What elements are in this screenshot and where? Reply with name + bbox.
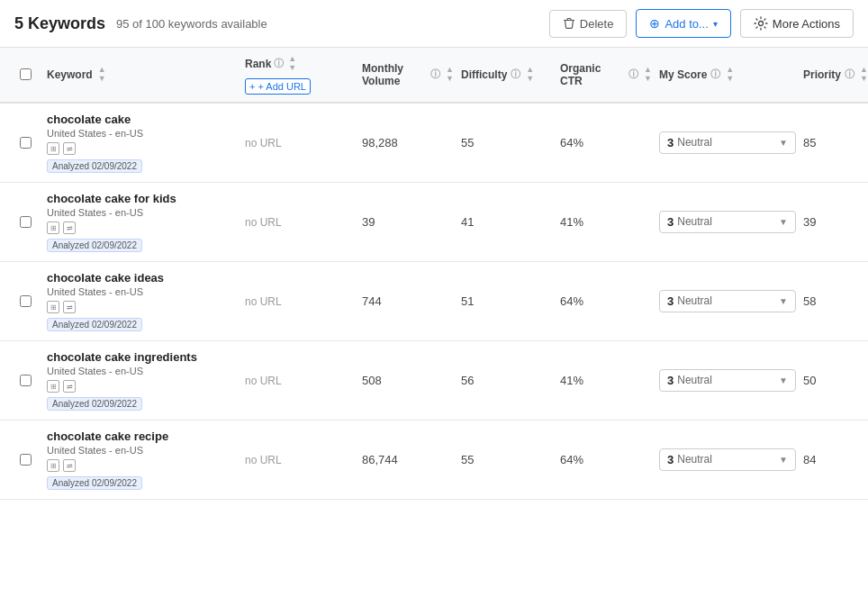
priority-value-1: 39 bbox=[803, 215, 816, 229]
difficulty-value-1: 41 bbox=[461, 215, 474, 229]
more-actions-label: More Actions bbox=[773, 17, 840, 31]
compare-icon-1[interactable]: ⇌ bbox=[63, 222, 76, 234]
score-cell-2[interactable]: 3 Neutral ▼ bbox=[656, 286, 800, 316]
more-actions-button[interactable]: More Actions bbox=[740, 9, 854, 38]
score-cell-3[interactable]: 3 Neutral ▼ bbox=[656, 366, 800, 395]
plus-icon-small: + bbox=[249, 81, 255, 92]
keyword-name-2: chocolate cake ideas bbox=[47, 271, 238, 285]
row-checkbox-cell-2[interactable] bbox=[7, 295, 43, 307]
row-checkbox-2[interactable] bbox=[20, 295, 32, 307]
monthly-volume-sort-icon[interactable]: ▲▼ bbox=[446, 66, 454, 84]
difficulty-col-header: Difficulty ⓘ ▲▼ bbox=[457, 59, 556, 91]
rank-sort-icon[interactable]: ▲▼ bbox=[288, 55, 296, 73]
score-label-0: Neutral bbox=[677, 136, 775, 149]
difficulty-info-icon[interactable]: ⓘ bbox=[511, 68, 520, 81]
row-checkbox-cell-1[interactable] bbox=[7, 216, 43, 228]
table-row: chocolate cake recipe United States - en… bbox=[0, 421, 868, 500]
organic-ctr-cell-3: 41% bbox=[556, 370, 656, 391]
keyword-location-2: United States - en-US bbox=[47, 286, 238, 297]
priority-sort-icon[interactable]: ▲▼ bbox=[860, 66, 868, 84]
score-label-4: Neutral bbox=[677, 453, 775, 466]
row-checkbox-0[interactable] bbox=[20, 137, 32, 149]
priority-cell-2: 58 bbox=[800, 291, 868, 312]
score-cell-4[interactable]: 3 Neutral ▼ bbox=[656, 445, 800, 475]
my-score-sort-icon[interactable]: ▲▼ bbox=[726, 66, 734, 84]
select-all-checkbox-cell[interactable] bbox=[7, 68, 43, 80]
row-checkbox-cell-3[interactable] bbox=[7, 375, 43, 386]
keyword-location-3: United States - en-US bbox=[47, 366, 238, 376]
add-to-button[interactable]: ⊕ Add to... ▾ bbox=[636, 9, 730, 38]
organic-ctr-cell-0: 64% bbox=[556, 132, 656, 153]
row-checkbox-cell-4[interactable] bbox=[7, 454, 43, 466]
serp-icon-2[interactable]: ⊞ bbox=[47, 301, 59, 313]
serp-icon-4[interactable]: ⊞ bbox=[47, 459, 59, 472]
score-num-1: 3 bbox=[667, 215, 674, 229]
score-label-2: Neutral bbox=[677, 294, 775, 307]
my-score-info-icon[interactable]: ⓘ bbox=[710, 68, 720, 81]
monthly-volume-cell-4: 86,744 bbox=[358, 449, 457, 470]
keyword-name-4: chocolate cake recipe bbox=[47, 430, 238, 443]
organic-ctr-cell-1: 41% bbox=[556, 212, 656, 232]
add-url-button[interactable]: + + Add URL bbox=[245, 78, 311, 95]
monthly-volume-col-header: Monthly Volume ⓘ ▲▼ bbox=[358, 55, 457, 95]
rank-col-label: Rank bbox=[245, 58, 271, 70]
row-checkbox-4[interactable] bbox=[20, 454, 32, 466]
organic-ctr-value-2: 64% bbox=[560, 294, 583, 308]
score-dropdown-0[interactable]: 3 Neutral ▼ bbox=[659, 131, 796, 154]
organic-ctr-sort-icon[interactable]: ▲▼ bbox=[644, 66, 652, 84]
score-dropdown-4[interactable]: 3 Neutral ▼ bbox=[659, 448, 796, 471]
score-label-1: Neutral bbox=[677, 215, 775, 228]
add-url-label: + Add URL bbox=[258, 81, 306, 92]
serp-icon-0[interactable]: ⊞ bbox=[47, 142, 59, 155]
compare-icon-4[interactable]: ⇌ bbox=[63, 459, 76, 472]
keywords-count: 5 Keywords bbox=[14, 14, 105, 33]
keyword-sort-icon[interactable]: ▲▼ bbox=[98, 66, 106, 84]
score-dropdown-1[interactable]: 3 Neutral ▼ bbox=[659, 211, 796, 233]
score-cell-1[interactable]: 3 Neutral ▼ bbox=[656, 207, 800, 237]
serp-icon-1[interactable]: ⊞ bbox=[47, 222, 59, 234]
monthly-volume-info-icon[interactable]: ⓘ bbox=[430, 68, 440, 81]
difficulty-cell-3: 56 bbox=[457, 370, 556, 391]
score-chevron-icon-0: ▼ bbox=[779, 138, 788, 148]
keyword-cell-0: chocolate cake United States - en-US ⊞ ⇌… bbox=[43, 104, 241, 182]
monthly-volume-cell-2: 744 bbox=[358, 291, 457, 312]
analyzed-badge-2: Analyzed 02/09/2022 bbox=[47, 318, 142, 331]
organic-ctr-info-icon[interactable]: ⓘ bbox=[628, 68, 638, 81]
monthly-volume-value-4: 86,744 bbox=[362, 453, 398, 466]
priority-info-icon[interactable]: ⓘ bbox=[845, 68, 854, 81]
organic-ctr-cell-4: 64% bbox=[556, 449, 656, 470]
keyword-location-1: United States - en-US bbox=[47, 207, 238, 218]
difficulty-sort-icon[interactable]: ▲▼ bbox=[526, 66, 534, 84]
rank-cell-0: no URL bbox=[241, 132, 358, 153]
delete-button[interactable]: Delete bbox=[549, 10, 628, 38]
compare-icon-0[interactable]: ⇌ bbox=[63, 142, 76, 155]
score-dropdown-2[interactable]: 3 Neutral ▼ bbox=[659, 290, 796, 312]
compare-icon-2[interactable]: ⇌ bbox=[63, 301, 76, 313]
score-chevron-icon-4: ▼ bbox=[779, 455, 788, 465]
serp-icon-3[interactable]: ⊞ bbox=[47, 380, 59, 393]
difficulty-cell-1: 41 bbox=[457, 212, 556, 232]
monthly-volume-col-label: Monthly Volume bbox=[362, 62, 427, 87]
keyword-icons-4: ⊞ ⇌ bbox=[47, 459, 238, 472]
compare-icon-3[interactable]: ⇌ bbox=[63, 380, 76, 393]
header-actions: Delete ⊕ Add to... ▾ More Actions bbox=[549, 9, 854, 38]
score-num-4: 3 bbox=[667, 453, 674, 466]
difficulty-cell-0: 55 bbox=[457, 132, 556, 153]
monthly-volume-value-1: 39 bbox=[362, 215, 375, 229]
keyword-location-4: United States - en-US bbox=[47, 445, 238, 456]
my-score-col-label: My Score bbox=[659, 68, 707, 81]
organic-ctr-cell-2: 64% bbox=[556, 291, 656, 312]
row-checkbox-cell-0[interactable] bbox=[7, 137, 43, 149]
score-dropdown-3[interactable]: 3 Neutral ▼ bbox=[659, 369, 796, 392]
row-checkbox-1[interactable] bbox=[20, 216, 32, 228]
keyword-cell-4: chocolate cake recipe United States - en… bbox=[43, 421, 241, 499]
analyzed-badge-1: Analyzed 02/09/2022 bbox=[47, 239, 142, 252]
select-all-checkbox[interactable] bbox=[20, 68, 32, 80]
organic-ctr-value-4: 64% bbox=[560, 453, 583, 466]
rank-cell-1: no URL bbox=[241, 212, 358, 232]
score-cell-0[interactable]: 3 Neutral ▼ bbox=[656, 128, 800, 158]
organic-ctr-value-1: 41% bbox=[560, 215, 583, 229]
monthly-volume-value-2: 744 bbox=[362, 294, 382, 308]
rank-info-icon[interactable]: ⓘ bbox=[274, 57, 284, 70]
row-checkbox-3[interactable] bbox=[20, 375, 32, 386]
